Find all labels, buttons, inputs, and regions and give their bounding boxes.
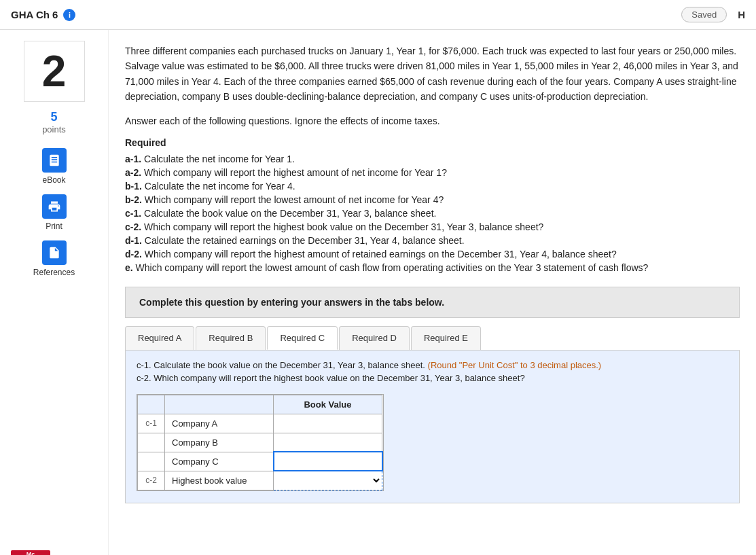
company-b-book-value-input[interactable] [274, 433, 382, 450]
company-b-label: Company B [165, 433, 274, 452]
row-id-c2: c-2 [138, 471, 165, 490]
print-label: Print [46, 221, 62, 231]
points-value: 5 [50, 110, 57, 124]
sub-question-a1: a-1. Calculate the net income for Year 1… [125, 154, 740, 164]
highest-book-value-label: Highest book value [165, 471, 274, 490]
tab-instruction-c1: c-1. Calculate the book value on the Dec… [137, 360, 728, 370]
tab-required-e[interactable]: Required E [411, 326, 481, 350]
sub-question-c2: c-2. Which company will report the highe… [125, 221, 740, 232]
main-layout: 2 5 points eBook Print References Three … [0, 30, 756, 555]
tab-required-c[interactable]: Required C [267, 326, 338, 350]
sub-question-e: e. Which company will report the lowest … [125, 262, 740, 273]
col-header-book-value: Book Value [274, 395, 382, 414]
ebook-label: eBook [42, 175, 65, 185]
sub-question-b2: b-2. Which company will report the lowes… [125, 194, 740, 205]
sidebar: 2 5 points eBook Print References [0, 30, 109, 555]
company-a-book-value-input[interactable] [274, 415, 382, 432]
tab-content-required-c: c-1. Calculate the book value on the Dec… [125, 351, 740, 504]
ebook-icon [42, 148, 67, 173]
saved-badge: Saved [681, 7, 727, 22]
row-id-empty2 [138, 452, 165, 471]
highest-book-value-select[interactable]: Company A Company B Company C [274, 471, 382, 490]
company-c-input-cell[interactable] [274, 452, 382, 471]
tab-instruction-c2: c-2. Which company will report the highe… [137, 373, 728, 383]
question-number-box: 2 [24, 41, 85, 102]
company-a-input-cell[interactable] [274, 414, 382, 433]
col-header-empty [138, 395, 165, 414]
tab-required-a[interactable]: Required A [125, 326, 194, 350]
references-label: References [33, 268, 75, 277]
row-id-c1: c-1 [138, 414, 165, 433]
required-label: Required [125, 137, 740, 148]
info-icon[interactable]: i [63, 9, 75, 21]
print-icon [42, 194, 67, 219]
tab-required-b[interactable]: Required B [196, 326, 266, 350]
table-row: c-1 Company A [138, 414, 382, 433]
references-tool[interactable]: References [33, 240, 75, 277]
header-right-label: H [738, 9, 745, 20]
question-number: 2 [42, 46, 67, 96]
book-value-table: Book Value c-1 Company A [137, 395, 383, 491]
sub-question-d2: d-2. Which company will report the highe… [125, 249, 740, 259]
header: GHA Ch 6 i Saved H [0, 0, 756, 30]
sub-question-d1: d-1. Calculate the retained earnings on … [125, 235, 740, 246]
complete-instruction-text: Complete this question by entering your … [139, 297, 444, 308]
sub-questions: a-1. Calculate the net income for Year 1… [125, 154, 740, 273]
company-c-book-value-input[interactable] [274, 453, 382, 470]
answer-note: Answer each of the following questions. … [125, 115, 740, 126]
complete-instruction-box: Complete this question by entering your … [125, 287, 740, 318]
table-row: Company C [138, 452, 382, 471]
table-row: c-2 Highest book value Company A Company… [138, 471, 382, 490]
highest-book-value-dropdown-cell[interactable]: Company A Company B Company C [274, 471, 382, 490]
tab-required-d[interactable]: Required D [339, 326, 410, 350]
company-b-input-cell[interactable] [274, 433, 382, 452]
table-row: Company B [138, 433, 382, 452]
row-id-empty1 [138, 433, 165, 452]
ebook-tool[interactable]: eBook [42, 148, 67, 185]
col-header-company [165, 395, 274, 414]
company-c-label: Company C [165, 452, 274, 471]
print-tool[interactable]: Print [42, 194, 67, 231]
sub-question-a2: a-2. Which company will report the highe… [125, 167, 740, 178]
header-title: GHA Ch 6 [11, 9, 58, 20]
references-icon [42, 240, 67, 265]
mcgraw-hill-logo: McGrawHillEducation [11, 550, 52, 555]
sub-question-c1: c-1. Calculate the book value on the Dec… [125, 208, 740, 219]
content-area: Three different companies each purchased… [109, 30, 756, 555]
problem-text: Three different companies each purchased… [125, 43, 740, 105]
company-a-label: Company A [165, 414, 274, 433]
tabs-container: Required A Required B Required C Require… [125, 326, 740, 351]
sub-question-b1: b-1. Calculate the net income for Year 4… [125, 181, 740, 192]
book-value-table-wrapper: Book Value c-1 Company A [137, 394, 384, 492]
points-label: points [42, 124, 66, 135]
round-note: (Round "Per Unit Cost" to 3 decimal plac… [428, 360, 602, 370]
